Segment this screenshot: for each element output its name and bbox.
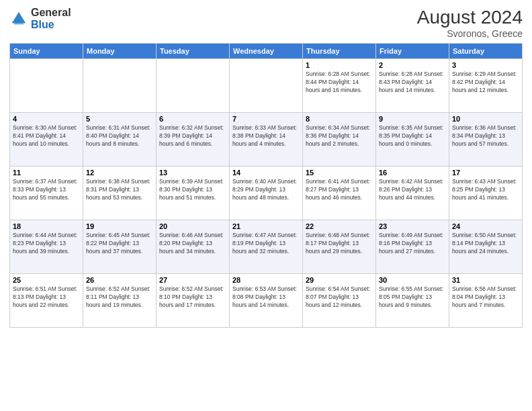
day-info: Sunrise: 6:56 AM Sunset: 8:04 PM Dayligh… [452, 285, 519, 310]
day-info: Sunrise: 6:54 AM Sunset: 8:07 PM Dayligh… [306, 285, 373, 310]
day-info: Sunrise: 6:35 AM Sunset: 8:35 PM Dayligh… [379, 124, 446, 148]
day-number: 13 [159, 169, 226, 177]
day-info: Sunrise: 6:33 AM Sunset: 8:38 PM Dayligh… [232, 124, 300, 148]
logo: General Blue [9, 7, 71, 30]
calendar-cell: 12Sunrise: 6:38 AM Sunset: 8:31 PM Dayli… [83, 167, 157, 220]
day-number: 7 [232, 115, 300, 123]
day-of-week-header: Friday [376, 44, 449, 59]
day-number: 19 [86, 222, 153, 230]
day-number: 9 [379, 115, 446, 123]
day-info: Sunrise: 6:50 AM Sunset: 8:14 PM Dayligh… [452, 232, 519, 256]
day-number: 29 [306, 276, 373, 284]
day-info: Sunrise: 6:34 AM Sunset: 8:36 PM Dayligh… [306, 124, 373, 148]
day-number: 12 [86, 169, 153, 177]
day-info: Sunrise: 6:52 AM Sunset: 8:11 PM Dayligh… [86, 285, 153, 310]
calendar-week-row: 1Sunrise: 6:28 AM Sunset: 8:44 PM Daylig… [10, 59, 523, 113]
calendar-cell: 8Sunrise: 6:34 AM Sunset: 8:36 PM Daylig… [303, 113, 376, 167]
day-number: 4 [13, 115, 80, 123]
logo-icon [9, 9, 28, 28]
day-number: 30 [379, 276, 446, 284]
day-number: 5 [86, 115, 153, 123]
day-of-week-header: Tuesday [157, 44, 230, 59]
logo-text: General Blue [31, 7, 71, 30]
logo-general: General [31, 7, 71, 18]
day-number: 8 [306, 115, 373, 123]
day-info: Sunrise: 6:53 AM Sunset: 8:08 PM Dayligh… [232, 285, 300, 310]
day-number: 10 [452, 115, 519, 123]
day-number: 11 [13, 169, 80, 177]
day-number: 27 [159, 276, 226, 284]
day-info: Sunrise: 6:41 AM Sunset: 8:27 PM Dayligh… [306, 178, 373, 202]
calendar-cell: 20Sunrise: 6:46 AM Sunset: 8:20 PM Dayli… [157, 220, 230, 274]
day-of-week-header: Saturday [449, 44, 523, 59]
calendar-cell: 22Sunrise: 6:48 AM Sunset: 8:17 PM Dayli… [303, 220, 376, 274]
calendar-cell: 15Sunrise: 6:41 AM Sunset: 8:27 PM Dayli… [303, 167, 376, 220]
day-info: Sunrise: 6:39 AM Sunset: 8:30 PM Dayligh… [159, 178, 226, 202]
calendar-cell [83, 59, 157, 113]
day-number: 1 [306, 61, 373, 69]
calendar-cell [157, 59, 230, 113]
day-info: Sunrise: 6:52 AM Sunset: 8:10 PM Dayligh… [159, 285, 226, 310]
day-number: 22 [306, 222, 373, 230]
logo-blue: Blue [31, 19, 54, 30]
day-number: 3 [452, 61, 519, 69]
calendar-cell: 14Sunrise: 6:40 AM Sunset: 8:29 PM Dayli… [230, 167, 303, 220]
calendar-week-row: 4Sunrise: 6:30 AM Sunset: 8:41 PM Daylig… [10, 113, 523, 167]
day-info: Sunrise: 6:51 AM Sunset: 8:13 PM Dayligh… [13, 285, 80, 310]
calendar-cell: 31Sunrise: 6:56 AM Sunset: 8:04 PM Dayli… [449, 274, 523, 328]
day-number: 25 [13, 276, 80, 284]
calendar-cell: 13Sunrise: 6:39 AM Sunset: 8:30 PM Dayli… [157, 167, 230, 220]
day-info: Sunrise: 6:32 AM Sunset: 8:39 PM Dayligh… [159, 124, 226, 148]
day-info: Sunrise: 6:40 AM Sunset: 8:29 PM Dayligh… [232, 178, 300, 202]
day-info: Sunrise: 6:48 AM Sunset: 8:17 PM Dayligh… [306, 232, 373, 256]
day-number: 6 [159, 115, 226, 123]
day-info: Sunrise: 6:36 AM Sunset: 8:34 PM Dayligh… [452, 124, 519, 148]
day-number: 16 [379, 169, 446, 177]
day-info: Sunrise: 6:46 AM Sunset: 8:20 PM Dayligh… [159, 232, 226, 256]
calendar-cell: 4Sunrise: 6:30 AM Sunset: 8:41 PM Daylig… [10, 113, 83, 167]
calendar-cell: 26Sunrise: 6:52 AM Sunset: 8:11 PM Dayli… [83, 274, 157, 328]
calendar-cell: 16Sunrise: 6:42 AM Sunset: 8:26 PM Dayli… [376, 167, 449, 220]
calendar-week-row: 25Sunrise: 6:51 AM Sunset: 8:13 PM Dayli… [10, 274, 523, 328]
day-number: 28 [232, 276, 300, 284]
header: General Blue August 2024 Svoronos, Greec… [9, 7, 523, 39]
day-of-week-header: Sunday [10, 44, 83, 59]
day-number: 17 [452, 169, 519, 177]
day-info: Sunrise: 6:42 AM Sunset: 8:26 PM Dayligh… [379, 178, 446, 202]
calendar-cell: 21Sunrise: 6:47 AM Sunset: 8:19 PM Dayli… [230, 220, 303, 274]
day-number: 2 [379, 61, 446, 69]
month-year: August 2024 [417, 7, 523, 28]
calendar-header-row: SundayMondayTuesdayWednesdayThursdayFrid… [10, 44, 523, 59]
calendar-cell: 28Sunrise: 6:53 AM Sunset: 8:08 PM Dayli… [230, 274, 303, 328]
day-number: 15 [306, 169, 373, 177]
day-number: 14 [232, 169, 300, 177]
day-of-week-header: Monday [83, 44, 157, 59]
calendar-cell: 3Sunrise: 6:29 AM Sunset: 8:42 PM Daylig… [449, 59, 523, 113]
page: General Blue August 2024 Svoronos, Greec… [0, 0, 532, 411]
location: Svoronos, Greece [417, 28, 523, 39]
calendar-cell: 23Sunrise: 6:49 AM Sunset: 8:16 PM Dayli… [376, 220, 449, 274]
day-info: Sunrise: 6:45 AM Sunset: 8:22 PM Dayligh… [86, 232, 153, 256]
day-info: Sunrise: 6:30 AM Sunset: 8:41 PM Dayligh… [13, 124, 80, 148]
calendar-week-row: 18Sunrise: 6:44 AM Sunset: 8:23 PM Dayli… [10, 220, 523, 274]
day-info: Sunrise: 6:37 AM Sunset: 8:33 PM Dayligh… [13, 178, 80, 202]
day-info: Sunrise: 6:38 AM Sunset: 8:31 PM Dayligh… [86, 178, 153, 202]
day-info: Sunrise: 6:29 AM Sunset: 8:42 PM Dayligh… [452, 71, 519, 95]
day-info: Sunrise: 6:49 AM Sunset: 8:16 PM Dayligh… [379, 232, 446, 256]
day-of-week-header: Thursday [303, 44, 376, 59]
day-number: 23 [379, 222, 446, 230]
calendar-cell: 1Sunrise: 6:28 AM Sunset: 8:44 PM Daylig… [303, 59, 376, 113]
day-info: Sunrise: 6:28 AM Sunset: 8:43 PM Dayligh… [379, 71, 446, 95]
calendar-cell: 24Sunrise: 6:50 AM Sunset: 8:14 PM Dayli… [449, 220, 523, 274]
day-number: 24 [452, 222, 519, 230]
calendar-week-row: 11Sunrise: 6:37 AM Sunset: 8:33 PM Dayli… [10, 167, 523, 220]
calendar-cell: 18Sunrise: 6:44 AM Sunset: 8:23 PM Dayli… [10, 220, 83, 274]
calendar-cell: 17Sunrise: 6:43 AM Sunset: 8:25 PM Dayli… [449, 167, 523, 220]
calendar-cell: 6Sunrise: 6:32 AM Sunset: 8:39 PM Daylig… [157, 113, 230, 167]
calendar-cell [230, 59, 303, 113]
calendar-cell: 7Sunrise: 6:33 AM Sunset: 8:38 PM Daylig… [230, 113, 303, 167]
day-info: Sunrise: 6:28 AM Sunset: 8:44 PM Dayligh… [306, 71, 373, 95]
day-of-week-header: Wednesday [230, 44, 303, 59]
calendar-cell: 5Sunrise: 6:31 AM Sunset: 8:40 PM Daylig… [83, 113, 157, 167]
calendar-cell: 19Sunrise: 6:45 AM Sunset: 8:22 PM Dayli… [83, 220, 157, 274]
